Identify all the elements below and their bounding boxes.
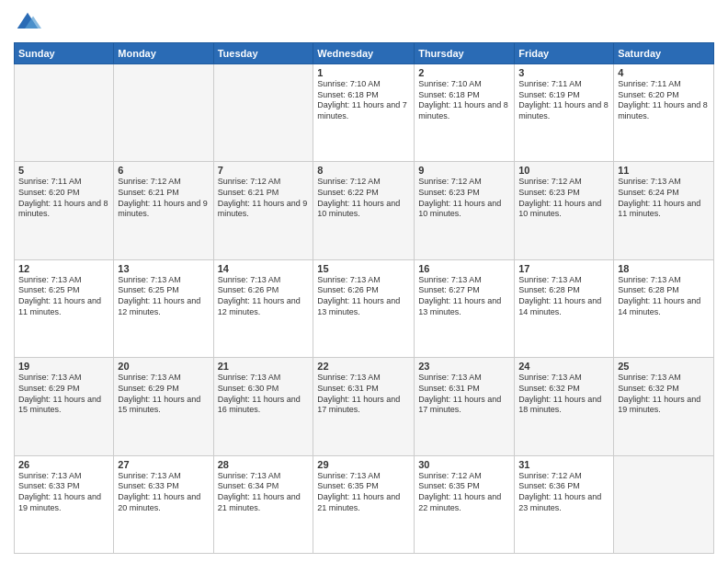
day-number: 1 [317, 67, 410, 78]
day-number: 11 [618, 165, 710, 176]
day-number: 27 [118, 459, 209, 470]
day-number: 24 [518, 361, 609, 372]
day-number: 31 [518, 459, 609, 470]
day-number: 16 [418, 263, 510, 274]
day-number: 2 [418, 67, 510, 78]
calendar-cell: 22Sunrise: 7:13 AM Sunset: 6:31 PM Dayli… [313, 358, 415, 455]
weekday-saturday: Saturday [614, 43, 714, 64]
calendar-cell: 14Sunrise: 7:13 AM Sunset: 6:26 PM Dayli… [213, 259, 313, 357]
day-info: Sunrise: 7:13 AM Sunset: 6:31 PM Dayligh… [317, 373, 410, 416]
weekday-monday: Monday [114, 43, 213, 64]
week-row-2: 5Sunrise: 7:11 AM Sunset: 6:20 PM Daylig… [15, 162, 714, 259]
day-number: 18 [618, 263, 710, 274]
day-info: Sunrise: 7:13 AM Sunset: 6:28 PM Dayligh… [618, 275, 710, 318]
calendar-cell [15, 64, 114, 162]
page: SundayMondayTuesdayWednesdayThursdayFrid… [0, 0, 728, 563]
day-info: Sunrise: 7:12 AM Sunset: 6:21 PM Dayligh… [218, 177, 310, 220]
day-number: 28 [218, 459, 310, 470]
day-info: Sunrise: 7:13 AM Sunset: 6:25 PM Dayligh… [118, 275, 209, 318]
calendar-cell: 17Sunrise: 7:13 AM Sunset: 6:28 PM Dayli… [515, 259, 614, 357]
day-info: Sunrise: 7:12 AM Sunset: 6:23 PM Dayligh… [418, 177, 510, 220]
day-number: 29 [317, 459, 410, 470]
calendar-cell: 11Sunrise: 7:13 AM Sunset: 6:24 PM Dayli… [614, 162, 714, 259]
calendar-cell: 19Sunrise: 7:13 AM Sunset: 6:29 PM Dayli… [15, 358, 114, 455]
day-info: Sunrise: 7:10 AM Sunset: 6:18 PM Dayligh… [418, 79, 510, 122]
day-info: Sunrise: 7:13 AM Sunset: 6:30 PM Dayligh… [218, 373, 310, 416]
calendar-cell: 1Sunrise: 7:10 AM Sunset: 6:18 PM Daylig… [313, 64, 415, 162]
weekday-friday: Friday [515, 43, 614, 64]
day-info: Sunrise: 7:13 AM Sunset: 6:27 PM Dayligh… [418, 275, 510, 318]
calendar-cell: 4Sunrise: 7:11 AM Sunset: 6:20 PM Daylig… [614, 64, 714, 162]
day-info: Sunrise: 7:13 AM Sunset: 6:32 PM Dayligh… [518, 373, 609, 416]
weekday-sunday: Sunday [15, 43, 114, 64]
calendar-cell: 24Sunrise: 7:13 AM Sunset: 6:32 PM Dayli… [515, 358, 614, 455]
calendar-cell: 7Sunrise: 7:12 AM Sunset: 6:21 PM Daylig… [213, 162, 313, 259]
calendar-cell [614, 455, 714, 553]
day-number: 6 [118, 165, 209, 176]
day-number: 23 [418, 361, 510, 372]
day-info: Sunrise: 7:13 AM Sunset: 6:25 PM Dayligh… [18, 275, 109, 318]
calendar-cell: 15Sunrise: 7:13 AM Sunset: 6:26 PM Dayli… [313, 259, 415, 357]
day-number: 20 [118, 361, 209, 372]
calendar-cell: 27Sunrise: 7:13 AM Sunset: 6:33 PM Dayli… [114, 455, 213, 553]
day-number: 3 [518, 67, 609, 78]
calendar-cell: 20Sunrise: 7:13 AM Sunset: 6:29 PM Dayli… [114, 358, 213, 455]
week-row-5: 26Sunrise: 7:13 AM Sunset: 6:33 PM Dayli… [15, 455, 714, 553]
day-info: Sunrise: 7:13 AM Sunset: 6:34 PM Dayligh… [218, 471, 310, 514]
calendar-cell [114, 64, 213, 162]
week-row-1: 1Sunrise: 7:10 AM Sunset: 6:18 PM Daylig… [15, 64, 714, 162]
day-info: Sunrise: 7:13 AM Sunset: 6:33 PM Dayligh… [118, 471, 209, 514]
week-row-3: 12Sunrise: 7:13 AM Sunset: 6:25 PM Dayli… [15, 259, 714, 357]
day-info: Sunrise: 7:13 AM Sunset: 6:33 PM Dayligh… [18, 471, 109, 514]
day-number: 22 [317, 361, 410, 372]
day-info: Sunrise: 7:13 AM Sunset: 6:26 PM Dayligh… [218, 275, 310, 318]
day-info: Sunrise: 7:12 AM Sunset: 6:22 PM Dayligh… [317, 177, 410, 220]
day-info: Sunrise: 7:13 AM Sunset: 6:29 PM Dayligh… [18, 373, 109, 416]
day-number: 10 [518, 165, 609, 176]
calendar-cell: 31Sunrise: 7:12 AM Sunset: 6:36 PM Dayli… [515, 455, 614, 553]
day-number: 5 [18, 165, 109, 176]
calendar: SundayMondayTuesdayWednesdayThursdayFrid… [14, 42, 714, 554]
weekday-header-row: SundayMondayTuesdayWednesdayThursdayFrid… [15, 43, 714, 64]
day-info: Sunrise: 7:13 AM Sunset: 6:24 PM Dayligh… [618, 177, 710, 220]
calendar-cell: 29Sunrise: 7:13 AM Sunset: 6:35 PM Dayli… [313, 455, 415, 553]
day-number: 25 [618, 361, 710, 372]
day-info: Sunrise: 7:13 AM Sunset: 6:29 PM Dayligh… [118, 373, 209, 416]
logo [14, 9, 45, 37]
calendar-cell: 18Sunrise: 7:13 AM Sunset: 6:28 PM Dayli… [614, 259, 714, 357]
day-number: 4 [618, 67, 710, 78]
calendar-cell: 26Sunrise: 7:13 AM Sunset: 6:33 PM Dayli… [15, 455, 114, 553]
day-info: Sunrise: 7:11 AM Sunset: 6:20 PM Dayligh… [18, 177, 109, 220]
day-info: Sunrise: 7:11 AM Sunset: 6:19 PM Dayligh… [518, 79, 609, 122]
calendar-cell: 6Sunrise: 7:12 AM Sunset: 6:21 PM Daylig… [114, 162, 213, 259]
day-info: Sunrise: 7:12 AM Sunset: 6:23 PM Dayligh… [518, 177, 609, 220]
weekday-tuesday: Tuesday [213, 43, 313, 64]
calendar-cell: 3Sunrise: 7:11 AM Sunset: 6:19 PM Daylig… [515, 64, 614, 162]
day-info: Sunrise: 7:12 AM Sunset: 6:21 PM Dayligh… [118, 177, 209, 220]
day-info: Sunrise: 7:12 AM Sunset: 6:36 PM Dayligh… [518, 471, 609, 514]
day-number: 30 [418, 459, 510, 470]
logo-icon [14, 9, 41, 37]
weekday-thursday: Thursday [415, 43, 515, 64]
day-number: 26 [18, 459, 109, 470]
calendar-cell: 30Sunrise: 7:12 AM Sunset: 6:35 PM Dayli… [415, 455, 515, 553]
day-number: 21 [218, 361, 310, 372]
calendar-cell: 12Sunrise: 7:13 AM Sunset: 6:25 PM Dayli… [15, 259, 114, 357]
weekday-wednesday: Wednesday [313, 43, 415, 64]
day-number: 14 [218, 263, 310, 274]
day-info: Sunrise: 7:13 AM Sunset: 6:35 PM Dayligh… [317, 471, 410, 514]
day-number: 17 [518, 263, 609, 274]
day-info: Sunrise: 7:10 AM Sunset: 6:18 PM Dayligh… [317, 79, 410, 122]
calendar-cell: 5Sunrise: 7:11 AM Sunset: 6:20 PM Daylig… [15, 162, 114, 259]
calendar-cell: 13Sunrise: 7:13 AM Sunset: 6:25 PM Dayli… [114, 259, 213, 357]
calendar-cell: 25Sunrise: 7:13 AM Sunset: 6:32 PM Dayli… [614, 358, 714, 455]
day-info: Sunrise: 7:13 AM Sunset: 6:26 PM Dayligh… [317, 275, 410, 318]
calendar-cell: 16Sunrise: 7:13 AM Sunset: 6:27 PM Dayli… [415, 259, 515, 357]
day-number: 13 [118, 263, 209, 274]
calendar-cell: 21Sunrise: 7:13 AM Sunset: 6:30 PM Dayli… [213, 358, 313, 455]
week-row-4: 19Sunrise: 7:13 AM Sunset: 6:29 PM Dayli… [15, 358, 714, 455]
day-info: Sunrise: 7:11 AM Sunset: 6:20 PM Dayligh… [618, 79, 710, 122]
day-info: Sunrise: 7:13 AM Sunset: 6:28 PM Dayligh… [518, 275, 609, 318]
calendar-cell: 10Sunrise: 7:12 AM Sunset: 6:23 PM Dayli… [515, 162, 614, 259]
calendar-cell: 28Sunrise: 7:13 AM Sunset: 6:34 PM Dayli… [213, 455, 313, 553]
